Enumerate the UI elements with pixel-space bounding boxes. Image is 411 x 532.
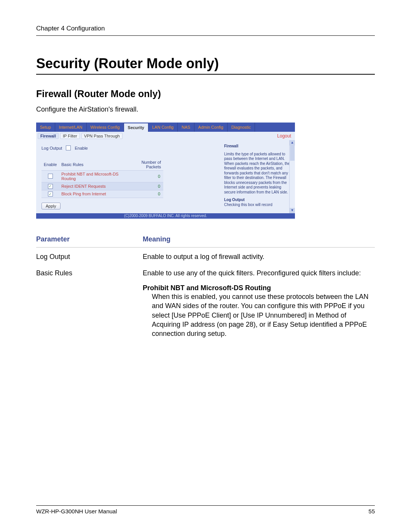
tab-security[interactable]: Security: [124, 123, 148, 132]
logout-link[interactable]: Logout: [277, 133, 293, 139]
rule-name: Prohibit NBT and Microsoft-DS Routing: [59, 171, 124, 182]
param-meaning: Enable to use any of the quick filters. …: [143, 269, 375, 338]
tab-setup[interactable]: Setup: [36, 123, 55, 132]
section-title: Firewall (Router Mode only): [36, 88, 375, 99]
subtab-vpn-pass-through[interactable]: VPN Pass Through: [81, 133, 123, 139]
rule-checkbox[interactable]: ✓: [48, 184, 53, 189]
param-meaning-text: Enable to use any of the quick filters. …: [143, 269, 361, 277]
subtab-firewall[interactable]: Firewall: [38, 133, 59, 139]
rule-packets: 0: [124, 182, 163, 190]
copyright-text: (C)2000-2009 BUFFALO INC. All rights res…: [36, 213, 295, 219]
rule-name: Reject IDENT Requests: [59, 182, 124, 190]
enable-log-checkbox[interactable]: [66, 145, 71, 150]
tab-lan-config[interactable]: LAN Config: [148, 123, 178, 132]
tab-nas[interactable]: NAS: [178, 123, 194, 132]
rule-detail-body: When this is enabled, you cannot use the…: [143, 292, 375, 338]
header-parameter: Parameter: [36, 235, 143, 243]
scroll-down-icon[interactable]: ▼: [290, 208, 295, 213]
subtab-ip-filter[interactable]: IP Filter: [60, 133, 80, 139]
param-row: Log Output Enable to output a log of fir…: [36, 248, 375, 264]
rule-name: Block Ping from Internet: [59, 190, 124, 198]
table-row: Prohibit NBT and Microsoft-DS Routing 0: [41, 171, 163, 182]
chapter-header: Chapter 4 Configuration: [36, 25, 375, 36]
table-row: ✓ Reject IDENT Requests 0: [41, 182, 163, 190]
page-title: Security (Router Mode only): [36, 56, 375, 75]
help-log-body: Checking this box will record: [224, 203, 293, 208]
help-body: Limits the type of packets allowed to pa…: [224, 152, 293, 195]
help-panel: Firewall Limits the type of packets allo…: [221, 140, 295, 213]
scroll-up-icon[interactable]: ▲: [290, 140, 295, 145]
table-row: ✓ Block Ping from Internet 0: [41, 190, 163, 198]
param-name: Basic Rules: [36, 269, 143, 338]
help-title: Firewall: [224, 144, 293, 149]
tab-admin-config[interactable]: Admin Config: [194, 123, 228, 132]
apply-button[interactable]: Apply: [41, 203, 61, 209]
tab-internet-lan[interactable]: Internet/LAN: [55, 123, 87, 132]
page-footer: WZR-HP-G300NH User Manual 55: [36, 505, 375, 514]
param-table-header: Parameter Meaning: [36, 235, 375, 248]
header-meaning: Meaning: [143, 235, 170, 243]
section-description: Configure the AirStation's firewall.: [36, 105, 375, 113]
log-output-label: Log Output: [41, 146, 62, 150]
scroll-thumb[interactable]: [290, 145, 295, 161]
param-name: Log Output: [36, 253, 143, 261]
rule-packets: 0: [124, 190, 163, 198]
param-meaning: Enable to output a log of firewall activ…: [143, 253, 375, 261]
col-enable: Enable: [41, 159, 59, 171]
param-row: Basic Rules Enable to use any of the qui…: [36, 264, 375, 341]
enable-log-label: Enable: [75, 146, 88, 150]
config-form: Log Output Enable Enable Basic Rules Num…: [36, 140, 221, 213]
tab-wireless-config[interactable]: Wireless Config: [87, 123, 124, 132]
basic-rules-table: Enable Basic Rules Number of Packets Pro…: [41, 159, 163, 198]
rule-detail-title: Prohibit NBT and Microsoft-DS Routing: [143, 284, 375, 292]
tab-diagnostic[interactable]: Diagnostic: [228, 123, 255, 132]
rule-packets: 0: [124, 171, 163, 182]
secondary-nav: Firewall IP Filter VPN Pass Through Logo…: [36, 132, 295, 140]
rule-checkbox[interactable]: [48, 174, 53, 179]
firewall-config-screenshot: Setup Internet/LAN Wireless Config Secur…: [36, 122, 295, 219]
help-log-title: Log Output: [224, 198, 293, 203]
footer-page: 55: [368, 508, 375, 514]
col-basic-rules: Basic Rules: [59, 159, 124, 171]
help-scrollbar[interactable]: ▲ ▼: [289, 140, 295, 213]
primary-nav: Setup Internet/LAN Wireless Config Secur…: [36, 123, 295, 132]
footer-manual: WZR-HP-G300NH User Manual: [36, 508, 117, 514]
col-packets: Number of Packets: [124, 159, 163, 171]
rule-checkbox[interactable]: ✓: [48, 192, 53, 197]
